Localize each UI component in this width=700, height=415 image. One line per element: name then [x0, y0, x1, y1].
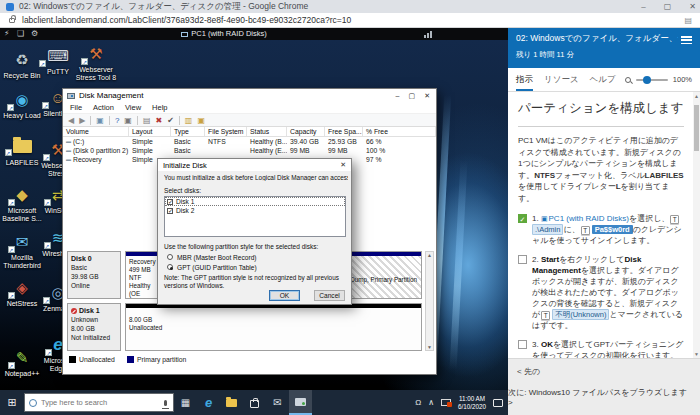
minimize-icon[interactable]: –	[641, 0, 645, 13]
microphone-icon[interactable]	[164, 400, 167, 406]
tab-[interactable]: ヘルプ	[590, 68, 616, 91]
help-icon[interactable]: ?	[115, 114, 119, 127]
step-item: ✓1. ▣PC1 (with RAID Disks)を選択し、T.\Adminに…	[518, 213, 684, 246]
partition-status: Unallocated	[129, 324, 162, 331]
close-icon[interactable]: ✕	[340, 161, 346, 169]
edge-taskbar-button[interactable]: e	[197, 390, 220, 415]
clock[interactable]: 11:00 AM 6/10/2020	[458, 395, 486, 410]
disk1-label[interactable]: Disk 1 Unknown 8.00 GB Not Initialized	[67, 303, 121, 351]
disk0-label[interactable]: Disk 0 Basic 39.98 GB Online	[67, 251, 121, 299]
partition-style-option[interactable]: MBR (Master Boot Record)	[167, 252, 257, 262]
action-center-icon[interactable]	[493, 399, 503, 407]
graph-scrollbar[interactable]: ▲ ▼	[425, 251, 434, 351]
people-icon[interactable]: Ω	[415, 398, 421, 407]
task-view-button[interactable]: ▦	[174, 390, 197, 415]
sidebar-scrollbar[interactable]: ▲ ▼	[693, 92, 700, 358]
file-explorer-button[interactable]	[220, 390, 243, 415]
disk-management-taskbar-button[interactable]	[289, 390, 312, 415]
volume-cell: 66 %	[363, 137, 436, 146]
tab-[interactable]: リソース	[544, 68, 579, 91]
column-header[interactable]: Volume	[63, 127, 129, 136]
menu-file[interactable]: File	[70, 103, 82, 112]
intro-paragraph: PC1 VMはこのアクティビティ用に追加のディスクで構成されています。新規ディス…	[518, 135, 684, 204]
desktop-icon-webserver-stress-tool-8[interactable]: ⚒↗Webserver Stress Tool 8	[74, 44, 118, 82]
scroll-up-icon[interactable]: ▲	[693, 93, 700, 99]
column-header[interactable]: Free Spa...	[325, 127, 363, 136]
close-icon[interactable]: ✕	[689, 0, 696, 13]
start-button[interactable]: ⊞	[0, 396, 24, 409]
maximize-icon[interactable]: ▢	[664, 0, 672, 13]
search-box[interactable]: Type here to search	[24, 393, 174, 412]
menu-help[interactable]: Help	[152, 103, 167, 112]
show-hidden-icons-caret[interactable]: ∧	[428, 398, 434, 407]
volume-cell: 100 %	[363, 146, 436, 155]
scroll-up-icon[interactable]: ▲	[426, 252, 433, 258]
disk-checkbox[interactable]: ✓	[167, 208, 173, 214]
open-folder-icon[interactable]: ▣	[197, 114, 205, 127]
column-header[interactable]: Status	[247, 127, 287, 136]
text-run: を使用してドライブレター	[518, 182, 616, 191]
column-header[interactable]: Layout	[129, 127, 171, 136]
nav-forward-icon[interactable]: ▶	[79, 114, 85, 127]
step-checkbox[interactable]	[518, 255, 527, 264]
delete-icon[interactable]: ✖	[155, 114, 162, 127]
type-text-icon[interactable]: T	[541, 311, 550, 320]
volume-row[interactable]: ▬(Disk 0 partition 2)SimpleBasicHealthy …	[63, 146, 436, 155]
disk-select-row[interactable]: ✓Disk 2	[165, 206, 345, 215]
minimize-icon[interactable]: –	[396, 92, 400, 100]
disk-checkbox[interactable]: ✓	[167, 199, 173, 205]
unallocated-space[interactable]: 8.00 GB Unallocated	[125, 303, 422, 351]
type-text-icon[interactable]: T	[581, 226, 590, 235]
app-glyph-icon: ◆	[16, 186, 28, 203]
tab-[interactable]: 指示	[516, 68, 533, 91]
vm-link[interactable]: PC1 (with RAID Disks)	[549, 214, 629, 223]
step-checkbox[interactable]	[518, 340, 527, 349]
console-window-icon[interactable]: ▣	[96, 114, 104, 127]
browser-action-icon[interactable]: ▤	[684, 16, 692, 25]
window-titlebar[interactable]: Disk Management – ▢ ✕	[63, 89, 436, 102]
security-alert-icon[interactable]	[441, 399, 451, 406]
scroll-down-icon[interactable]: ▼	[426, 344, 433, 350]
check-icon[interactable]: ✔	[167, 114, 174, 127]
type-text-icon[interactable]: T	[670, 215, 679, 224]
store-button[interactable]	[243, 390, 266, 415]
step-checkbox[interactable]: ✓	[518, 214, 527, 223]
cancel-button[interactable]: Cancel	[314, 290, 345, 301]
zoom-slider[interactable]	[636, 79, 668, 81]
new-volume-icon[interactable]: ▥	[185, 114, 193, 127]
url-text[interactable]: labclient.labondemand.com/LabClient/376a…	[22, 15, 351, 25]
ok-button[interactable]: OK	[269, 290, 300, 301]
disk-status: Online	[71, 282, 90, 289]
volume-row[interactable]: ▬(C:)SimpleBasicNTFSHealthy (B...39.40 G…	[63, 137, 436, 146]
mail-button[interactable]: ✉	[266, 390, 289, 415]
column-header[interactable]: File System	[205, 127, 247, 136]
radio-icon[interactable]	[167, 264, 173, 270]
views-icon[interactable]: ▣	[124, 114, 132, 127]
column-header[interactable]: Type	[171, 127, 205, 136]
disk-select-row[interactable]: ✓Disk 1	[165, 197, 345, 206]
menu-hamburger-icon[interactable]	[681, 36, 692, 46]
zoom-slider-thumb[interactable]	[643, 76, 651, 84]
column-header[interactable]: % Free	[363, 127, 436, 136]
volume-cell: Healthy (E...	[247, 146, 287, 155]
close-icon[interactable]: ✕	[424, 92, 430, 100]
menu-view[interactable]: View	[125, 103, 141, 112]
lab-sidebar: 02: Windowsでのファイル、フォルダー、ディスクの管理 残り 1 時間 …	[508, 28, 700, 415]
scrollbar-thumb[interactable]	[694, 105, 699, 151]
previous-link[interactable]: < 先の	[517, 366, 540, 377]
browser-urlbar[interactable]: labclient.labondemand.com/LabClient/376a…	[0, 13, 700, 28]
scroll-down-icon[interactable]: ▼	[693, 351, 700, 357]
nav-back-icon[interactable]: ◀	[68, 114, 74, 127]
action-pane-icon[interactable]: ▤	[143, 114, 151, 127]
partition-style-option[interactable]: GPT (GUID Partition Table)	[167, 262, 257, 272]
next-link[interactable]: 次に: Windows10 ファイルパスをブラウズします >	[508, 387, 692, 407]
volume-cell: Simple	[129, 137, 171, 146]
maximize-icon[interactable]: ▢	[409, 92, 416, 100]
column-header[interactable]: Capacity	[287, 127, 325, 136]
menu-action[interactable]: Action	[93, 103, 114, 112]
radio-icon[interactable]	[167, 254, 173, 260]
partition-name: Recovery	[129, 258, 156, 265]
volume-icon: ▬	[66, 146, 71, 155]
browser-title: 02: Windowsでのファイル、フォルダー、ディスクの管理 - Google…	[19, 1, 308, 13]
dialog-titlebar[interactable]: Initialize Disk ✕	[158, 159, 351, 171]
